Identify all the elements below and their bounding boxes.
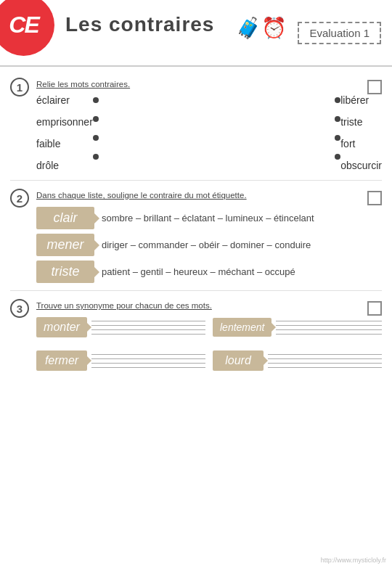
section-1-checkbox[interactable] [367, 80, 382, 94]
matching-right-column: libérer triste fort obscurcir [340, 94, 382, 171]
line-3 [91, 329, 205, 330]
synonym-item-fermer: fermer [36, 350, 205, 371]
synonym-card-monter: monter [36, 317, 87, 337]
section-2-checkbox[interactable] [367, 191, 382, 205]
synonym-card-lourd: lourd [213, 350, 264, 371]
line-2 [276, 325, 382, 326]
line-4 [268, 367, 382, 368]
section-2-instruction: Dans chaque liste, souligne le contraire… [36, 188, 382, 200]
line-1 [276, 321, 382, 321]
left-word-4: drôle [36, 160, 93, 171]
writing-lines-fermer [91, 354, 205, 368]
section-1-number: 1 [10, 78, 29, 97]
line-1 [91, 321, 205, 321]
right-word-2: triste [340, 116, 382, 128]
writing-lines-monter [91, 321, 205, 335]
line-1 [91, 354, 205, 355]
dot-r-2 [335, 116, 340, 122]
synonym-item-lourd: lourd [213, 350, 382, 371]
dot-r-1 [335, 97, 340, 103]
briefcase-icon: 🧳⏰ [236, 16, 287, 40]
dot-3 [93, 135, 99, 141]
ce-badge: CE [0, 0, 54, 56]
word-card-clair: clair [36, 207, 94, 229]
line-4 [91, 334, 205, 335]
section-3: 3 Trouve un synonyme pour chacun de ces … [0, 294, 392, 377]
line-3 [268, 363, 382, 364]
left-word-2: emprisonner [36, 116, 93, 128]
line-2 [91, 325, 205, 326]
word-row-3: triste patient – gentil – heureux – méch… [36, 261, 382, 283]
dot-r-4 [335, 154, 340, 160]
word-list-3: patient – gentil – heureux – méchant – o… [102, 266, 382, 277]
section-3-checkbox[interactable] [367, 301, 382, 316]
header: CE Les contraires 🧳⏰ Evaluation 1 [0, 0, 392, 65]
synonym-card-lentement: lentement [213, 318, 271, 337]
line-1 [268, 354, 382, 355]
line-3 [91, 363, 205, 364]
word-row-2: mener diriger – commander – obéir – domi… [36, 234, 382, 256]
section-1: 1 Relie les mots contraires. éclairer em… [0, 73, 392, 177]
matching-dots-left [93, 94, 99, 160]
right-word-4: obscurcir [340, 160, 382, 171]
section-1-instruction: Relie les mots contraires. [36, 77, 382, 89]
word-card-mener: mener [36, 234, 94, 256]
ce-label: CE [9, 12, 38, 38]
synonym-item-lentement: lentement [213, 317, 382, 337]
dot-r-3 [335, 135, 340, 141]
section-2: 2 Dans chaque liste, souligne le contrai… [0, 184, 392, 287]
writing-lines-lourd [268, 354, 382, 368]
left-word-3: faible [36, 138, 93, 149]
synonym-card-fermer: fermer [36, 350, 87, 371]
writing-lines-lentement [276, 321, 382, 335]
eval-badge: Evaluation 1 [298, 22, 381, 44]
matching-area: éclairer emprisonner faible drôle libére… [36, 94, 382, 171]
line-4 [91, 367, 205, 368]
line-3 [276, 329, 382, 330]
word-row-1: clair sombre – brillant – éclatant – lum… [36, 207, 382, 229]
footer-url: http://www.mysticloly.fr [321, 557, 386, 564]
section-3-number: 3 [10, 299, 29, 318]
sep-2-3 [10, 290, 382, 291]
matching-left-column: éclairer emprisonner faible drôle [36, 94, 93, 171]
left-word-1: éclairer [36, 94, 93, 106]
dot-1 [93, 97, 99, 103]
header-divider [0, 65, 392, 67]
word-list-2: diriger – commander – obéir – dominer – … [102, 239, 382, 250]
dot-4 [93, 154, 99, 160]
matching-dots-right [335, 94, 340, 160]
line-2 [268, 358, 382, 359]
synonym-grid: monter lentement fermer [36, 317, 382, 371]
word-list-1: sombre – brillant – éclatant – lumineux … [102, 213, 382, 223]
right-word-3: fort [340, 138, 382, 149]
page-title: Les contraires [65, 13, 214, 36]
line-2 [91, 358, 205, 359]
right-word-1: libérer [340, 94, 382, 106]
sep-1-2 [10, 180, 382, 181]
section-2-number: 2 [10, 189, 29, 208]
synonym-item-monter: monter [36, 317, 205, 337]
section-3-instruction: Trouve un synonyme pour chacun de ces mo… [36, 298, 382, 310]
word-card-triste: triste [36, 261, 94, 283]
dot-2 [93, 116, 99, 122]
line-4 [276, 334, 382, 335]
